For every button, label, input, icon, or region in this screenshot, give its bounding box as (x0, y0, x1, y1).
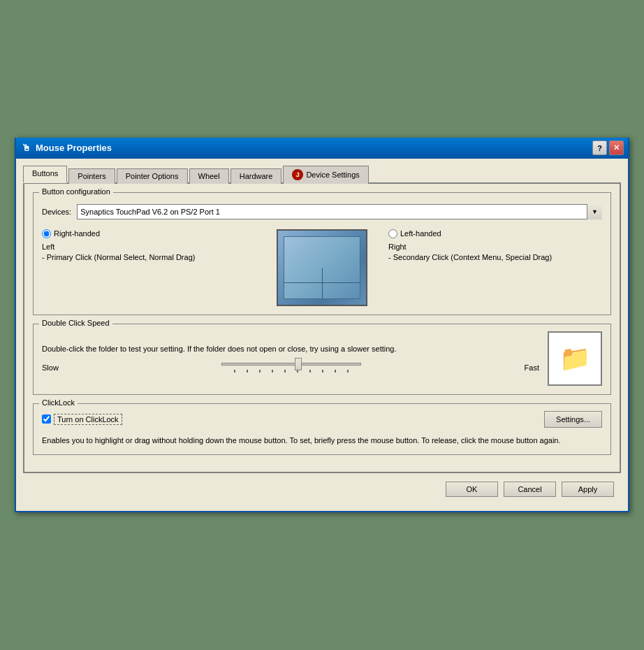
tick-3 (259, 370, 261, 373)
folder-test-box[interactable]: 📁 (548, 331, 602, 386)
right-column: Left-handed Right - Secondary Click (Con… (388, 229, 602, 263)
devices-select-wrapper: Synaptics TouchPad V6.2 on PS/2 Port 1 ▼ (77, 204, 602, 219)
slider-ticks (234, 370, 349, 373)
left-button-desc: - Primary Click (Normal Select, Normal D… (42, 252, 256, 263)
left-handed-row: Left-handed (388, 229, 602, 238)
left-button-title: Left (42, 243, 256, 251)
tick-7 (309, 370, 311, 373)
double-click-content: Double-click the folder to test your set… (42, 331, 602, 386)
apply-button[interactable]: Apply (562, 482, 614, 497)
tab-buttons[interactable]: Buttons (23, 166, 67, 183)
clicklock-checkbox-label: Turn on ClickLock (54, 414, 122, 425)
main-panel: Button configuration Devices: Synaptics … (23, 184, 621, 474)
tick-2 (247, 370, 248, 373)
cancel-button[interactable]: Cancel (504, 482, 556, 497)
tab-device-settings-inner: J Device Settings (292, 169, 359, 180)
tick-5 (284, 370, 286, 373)
clicklock-label: ClickLock (39, 398, 78, 407)
touchpad-body (284, 236, 360, 299)
title-bar: 🖱 Mouse Properties ? ✕ (16, 138, 628, 159)
right-handed-radio[interactable] (42, 229, 51, 238)
button-config-content: Right-handed Left - Primary Click (Norma… (42, 229, 602, 306)
double-click-left: Double-click the folder to test your set… (42, 344, 539, 373)
mouse-properties-window: 🖱 Mouse Properties ? ✕ Buttons Pointers … (15, 138, 629, 513)
tab-bar: Buttons Pointers Pointer Options Wheel H… (23, 164, 621, 184)
left-column: Right-handed Left - Primary Click (Norma… (42, 229, 256, 263)
clicklock-checkbox[interactable] (42, 414, 51, 424)
double-click-desc: Double-click the folder to test your set… (42, 344, 539, 354)
slider-container (64, 363, 519, 373)
right-button-title: Right (388, 243, 602, 251)
window-icon: 🖱 (20, 143, 31, 154)
window-title: Mouse Properties (36, 143, 112, 153)
content-area: Buttons Pointers Pointer Options Wheel H… (16, 159, 628, 512)
devices-select[interactable]: Synaptics TouchPad V6.2 on PS/2 Port 1 (77, 204, 602, 219)
tab-pointer-options[interactable]: Pointer Options (117, 168, 188, 184)
title-bar-controls: ? ✕ (592, 140, 624, 155)
tab-wheel[interactable]: Wheel (189, 168, 229, 184)
button-config-label: Button configuration (39, 187, 113, 196)
clicklock-header: Turn on ClickLock Settings... (42, 411, 602, 428)
clicklock-settings-button[interactable]: Settings... (544, 411, 602, 428)
right-handed-row: Right-handed (42, 229, 256, 238)
close-button[interactable]: ✕ (609, 140, 624, 155)
slider-row: Slow (42, 363, 539, 373)
bottom-buttons: OK Cancel Apply (23, 473, 621, 504)
device-settings-icon: J (292, 169, 303, 180)
tick-10 (347, 370, 349, 373)
touchpad-image (277, 229, 367, 306)
clicklock-desc: Enables you to highlight or drag without… (42, 435, 602, 447)
tick-8 (322, 370, 323, 373)
tab-hardware[interactable]: Hardware (230, 168, 282, 184)
right-handed-label: Right-handed (54, 229, 100, 238)
left-handed-radio[interactable] (388, 229, 397, 238)
double-click-section: Double Click Speed Double-click the fold… (33, 324, 611, 395)
tab-device-settings[interactable]: J Device Settings (283, 166, 368, 184)
touchpad-btn-divider (322, 268, 323, 298)
tab-pointers[interactable]: Pointers (68, 168, 115, 184)
clicklock-checkbox-row: Turn on ClickLock (42, 414, 122, 425)
title-bar-left: 🖱 Mouse Properties (20, 143, 112, 154)
tick-4 (272, 370, 273, 373)
left-handed-label: Left-handed (400, 229, 441, 238)
clicklock-section: ClickLock Turn on ClickLock Settings... … (33, 403, 611, 456)
right-button-desc: - Secondary Click (Context Menu, Special… (388, 252, 602, 263)
help-button[interactable]: ? (592, 140, 607, 155)
slider-track[interactable] (221, 363, 361, 366)
button-config-section: Button configuration Devices: Synaptics … (33, 192, 611, 315)
fast-label: Fast (525, 363, 539, 372)
slider-thumb[interactable] (295, 358, 302, 370)
tick-1 (234, 370, 235, 373)
ok-button[interactable]: OK (446, 482, 498, 497)
devices-label: Devices: (42, 208, 71, 216)
devices-row: Devices: Synaptics TouchPad V6.2 on PS/2… (42, 204, 602, 219)
tick-9 (335, 370, 336, 373)
folder-icon: 📁 (559, 344, 591, 373)
double-click-label: Double Click Speed (39, 319, 112, 327)
slow-label: Slow (42, 363, 59, 372)
